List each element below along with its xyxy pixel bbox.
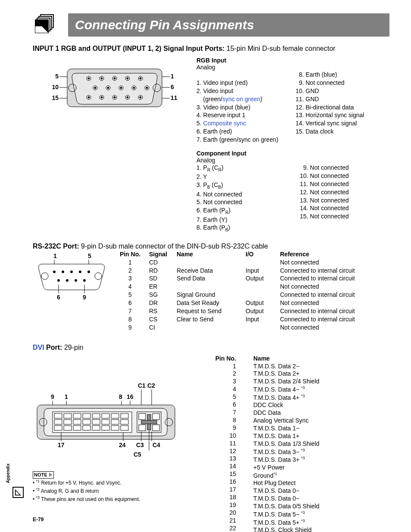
svg-rect-109 <box>153 425 159 431</box>
component-input-heading: Component Input <box>196 150 389 157</box>
svg-point-31 <box>120 87 122 89</box>
svg-rect-100 <box>83 426 90 430</box>
db15-label-15: 15 <box>52 94 59 101</box>
title-bar: Connecting Pin Assignments <box>33 13 389 37</box>
svg-rect-91 <box>73 420 81 424</box>
svg-rect-111 <box>141 420 157 424</box>
svg-point-54 <box>70 271 73 273</box>
svg-point-19 <box>101 78 103 79</box>
db15-label-5: 5 <box>55 73 59 80</box>
svg-text:17: 17 <box>58 442 65 448</box>
dvi-connector-diagram: C1 C2 9 1 8 16 <box>33 377 188 465</box>
rgb-input-heading: RGB Input <box>196 57 389 64</box>
component-input-sub: Analog <box>196 157 389 164</box>
svg-rect-89 <box>54 420 62 424</box>
component-pin-list: 1. PR (CR) 2. Y 3. PB (CB) 4. Not connec… <box>196 164 389 233</box>
svg-rect-82 <box>64 414 72 418</box>
svg-text:C1: C1 <box>138 382 146 389</box>
svg-rect-81 <box>54 414 62 418</box>
svg-text:1: 1 <box>65 393 68 400</box>
svg-rect-101 <box>92 426 100 430</box>
svg-rect-96 <box>121 420 128 424</box>
sync-on-green-link[interactable]: sync on green <box>222 96 260 103</box>
svg-text:6: 6 <box>57 294 60 301</box>
db15-label-11: 11 <box>171 94 177 101</box>
svg-text:5: 5 <box>88 252 91 259</box>
svg-rect-106 <box>139 414 146 420</box>
svg-text:9: 9 <box>83 294 86 301</box>
connector-logo-icon <box>33 13 60 37</box>
svg-rect-104 <box>121 426 128 430</box>
svg-rect-98 <box>64 426 72 430</box>
svg-rect-93 <box>92 420 100 424</box>
svg-point-58 <box>66 279 68 282</box>
svg-point-17 <box>88 78 90 79</box>
rgb-input-sub: Analog <box>196 64 389 71</box>
composite-sync-link[interactable]: Composite sync <box>203 120 246 127</box>
svg-point-57 <box>57 279 60 282</box>
dvi-notes: NOTE • *1 Return for +5 V, Hsync. and Vs… <box>33 471 188 503</box>
rs232-table: Pin No. 1 2 3 4 5 6 7 8 9 Signal CD RD S… <box>119 250 363 332</box>
svg-rect-99 <box>73 426 81 430</box>
svg-rect-86 <box>102 414 109 418</box>
svg-rect-107 <box>153 414 159 420</box>
svg-rect-95 <box>111 420 119 424</box>
section2-heading: RS-232C Port: 9-pin D-sub male connector… <box>33 243 389 250</box>
svg-text:8: 8 <box>119 393 122 400</box>
svg-point-43 <box>127 96 128 98</box>
rgb-pin-list: 1. Video input (red) 2. Video input (gre… <box>196 71 389 144</box>
svg-point-29 <box>107 87 109 89</box>
appendix-side-tab: Appendix <box>4 464 25 498</box>
svg-text:1: 1 <box>53 252 57 259</box>
svg-text:24: 24 <box>119 442 126 448</box>
svg-point-56 <box>87 271 90 273</box>
svg-point-35 <box>146 87 148 89</box>
svg-text:C4: C4 <box>153 442 160 448</box>
svg-rect-90 <box>64 420 72 424</box>
section1-heading: INPUT 1 RGB and OUTPUT (INPUT 1, 2) Sign… <box>33 45 389 53</box>
svg-point-37 <box>88 96 90 98</box>
db9-connector-diagram: 1 5 6 9 <box>33 250 119 305</box>
svg-rect-103 <box>111 426 119 430</box>
appendix-icon <box>12 487 24 498</box>
svg-rect-84 <box>83 414 90 418</box>
svg-text:C5: C5 <box>134 451 141 458</box>
svg-point-55 <box>79 271 81 273</box>
svg-point-21 <box>114 78 115 79</box>
svg-point-39 <box>101 96 103 98</box>
svg-point-59 <box>75 279 77 282</box>
db15-label-10: 10 <box>52 84 59 90</box>
svg-rect-97 <box>54 426 62 430</box>
svg-point-41 <box>114 96 115 98</box>
page-number: E-79 <box>33 516 44 523</box>
svg-text:C2: C2 <box>147 382 155 389</box>
db15-label-1: 1 <box>171 73 174 80</box>
svg-rect-87 <box>111 414 119 418</box>
svg-point-23 <box>127 78 128 79</box>
svg-rect-83 <box>73 414 81 418</box>
svg-point-52 <box>53 271 56 273</box>
svg-text:9: 9 <box>51 393 54 400</box>
svg-point-27 <box>94 87 96 89</box>
svg-rect-108 <box>139 425 146 431</box>
svg-marker-123 <box>16 491 19 495</box>
svg-point-25 <box>140 78 141 79</box>
svg-text:C3: C3 <box>136 442 144 448</box>
db15-connector-diagram: 5 10 15 1 6 11 <box>33 53 196 233</box>
svg-rect-85 <box>92 414 100 418</box>
svg-point-45 <box>140 96 141 98</box>
svg-rect-88 <box>121 414 128 418</box>
dvi-link[interactable]: DVI <box>33 344 44 351</box>
svg-point-33 <box>133 87 135 89</box>
svg-rect-92 <box>83 420 90 424</box>
svg-rect-102 <box>102 426 109 430</box>
svg-rect-94 <box>102 420 109 424</box>
dvi-table: Pin No.123456789101112131415161718192021… <box>214 352 389 532</box>
svg-point-60 <box>83 279 86 282</box>
section3-heading: DVI Port: 29-pin <box>33 344 389 352</box>
svg-text:16: 16 <box>127 393 134 400</box>
svg-point-53 <box>62 271 64 273</box>
page-title: Connecting Pin Assignments <box>68 13 389 37</box>
db15-label-6: 6 <box>171 84 174 90</box>
